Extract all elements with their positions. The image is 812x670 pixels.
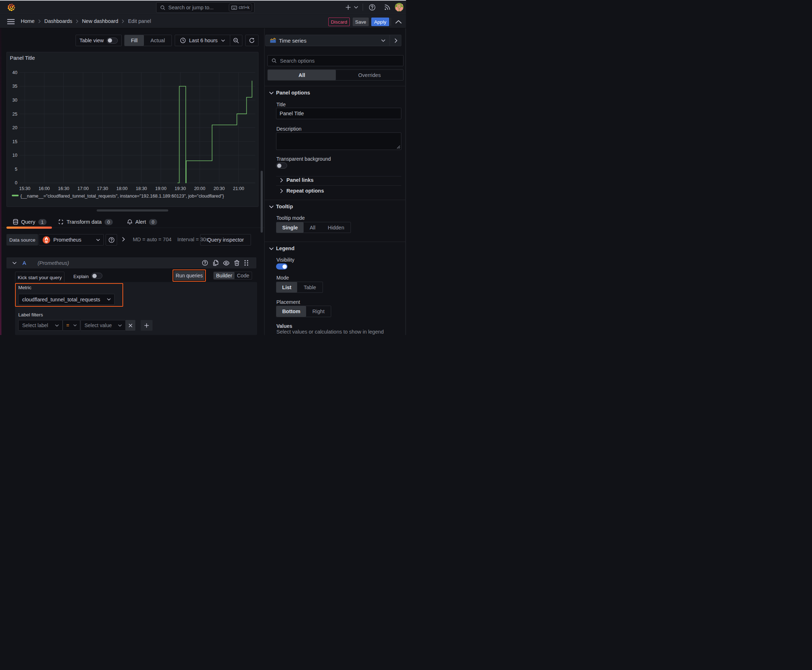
svg-text:{__name__="cloudflared_tunnel_: {__name__="cloudflared_tunnel_total_requ… — [20, 194, 224, 199]
svg-text:20: 20 — [12, 125, 17, 130]
svg-text:0: 0 — [15, 180, 17, 185]
svg-text:17:30: 17:30 — [97, 186, 108, 191]
svg-text:19:30: 19:30 — [175, 186, 185, 191]
svg-text:19:00: 19:00 — [155, 186, 166, 191]
svg-text:5: 5 — [15, 167, 17, 172]
svg-text:15: 15 — [12, 139, 17, 144]
svg-text:20:30: 20:30 — [214, 186, 224, 191]
svg-text:16:00: 16:00 — [38, 186, 49, 191]
svg-text:15:30: 15:30 — [19, 186, 30, 191]
svg-text:30: 30 — [12, 98, 17, 103]
svg-text:18:00: 18:00 — [116, 186, 127, 191]
svg-text:18:30: 18:30 — [136, 186, 147, 191]
svg-text:16:30: 16:30 — [58, 186, 69, 191]
svg-text:17:00: 17:00 — [77, 186, 88, 191]
svg-text:21:00: 21:00 — [233, 186, 244, 191]
svg-text:40: 40 — [12, 70, 17, 75]
svg-text:20:00: 20:00 — [194, 186, 205, 191]
svg-text:10: 10 — [12, 153, 17, 158]
svg-text:35: 35 — [12, 84, 17, 89]
svg-text:25: 25 — [12, 112, 17, 117]
